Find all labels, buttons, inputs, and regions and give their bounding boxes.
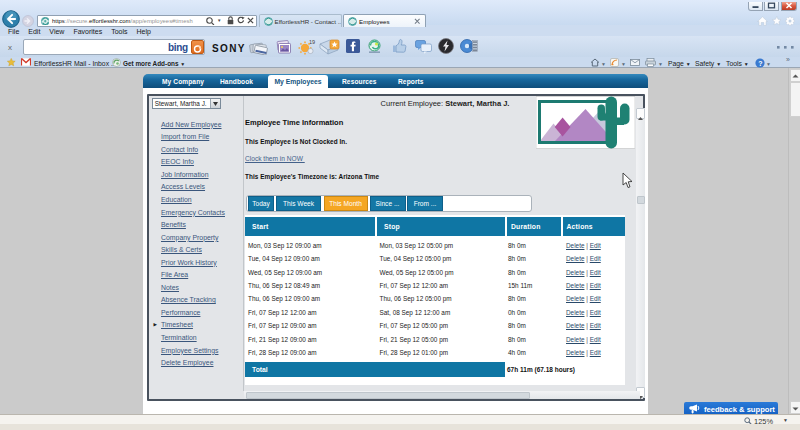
svg-text:?: ? [758, 59, 762, 66]
